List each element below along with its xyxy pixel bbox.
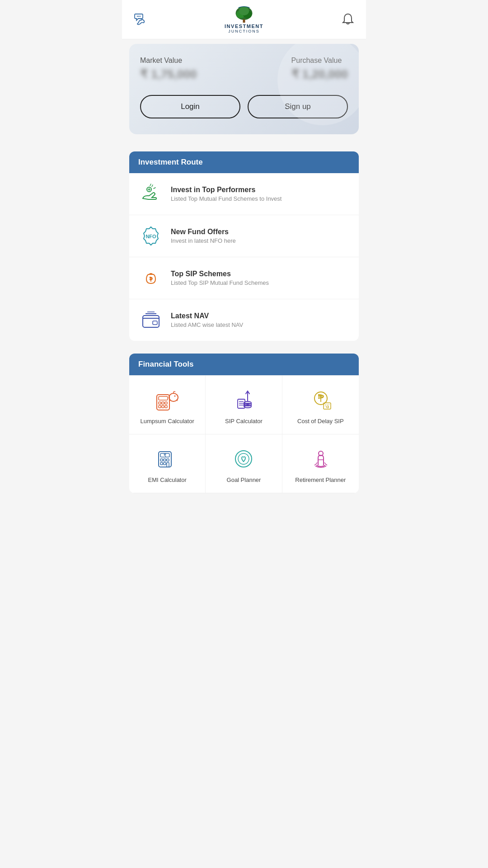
tool-emi-calculator[interactable]: ₹ EMI Calculator [129,434,206,493]
sip-schemes-icon [138,265,164,291]
svg-point-21 [174,396,176,397]
lumpsum-calculator-icon [154,386,181,413]
top-performers-subtitle: Listed Top Mutual Fund Schemes to Invest [171,195,282,202]
financial-tools-grid: Lumpsum Calculator [129,375,359,493]
cost-of-delay-icon [307,386,334,413]
svg-rect-16 [165,402,167,404]
svg-rect-7 [243,19,245,23]
chat-phone-button[interactable] [131,10,149,28]
list-item-top-performers[interactable]: Invest in Top Performers Listed Top Mutu… [129,173,359,215]
svg-text:NFO: NFO [145,234,156,239]
sip-schemes-title: Top SIP Schemes [171,270,269,278]
investment-route-header: Investment Route [129,151,359,173]
financial-tools-header: Financial Tools [129,354,359,375]
retirement-planner-icon [307,445,334,472]
emi-calculator-label: EMI Calculator [148,476,187,484]
sip-schemes-subtitle: Listed Top SIP Mutual Fund Schemes [171,279,269,286]
tool-sip-calculator[interactable]: SIP Calculator [206,376,282,434]
svg-rect-18 [162,406,164,408]
list-item-nfo[interactable]: NFO New Fund Offers Invest in latest NFO… [129,215,359,257]
svg-point-2 [140,16,141,17]
app-header: INVESTMENT JUNCTIONS [122,0,366,39]
market-value-section: Market Value ₹ 1,75,000 [140,57,197,81]
svg-point-1 [138,16,139,17]
svg-rect-41 [164,459,166,461]
nav-subtitle: Listed AMC wise latest NAV [171,321,243,328]
market-value-amount: ₹ 1,75,000 [140,67,197,81]
emi-calculator-icon: ₹ [154,445,181,472]
nav-text: Latest NAV Listed AMC wise latest NAV [171,312,243,328]
svg-point-6 [239,6,249,15]
lumpsum-calculator-label: Lumpsum Calculator [141,418,194,425]
market-value-card: Market Value ₹ 1,75,000 Purchase Value ₹… [129,44,359,134]
tool-goal-planner[interactable]: Goal Planner [206,434,282,493]
notification-button[interactable] [339,10,357,28]
top-performers-text: Invest in Top Performers Listed Top Mutu… [171,186,282,202]
svg-rect-44 [164,462,166,465]
nav-icon [138,307,164,333]
list-item-sip-schemes[interactable]: Top SIP Schemes Listed Top SIP Mutual Fu… [129,257,359,299]
svg-text:₹: ₹ [164,453,166,458]
retirement-planner-label: Retirement Planner [295,476,346,484]
goal-planner-icon [230,445,257,472]
sip-calculator-label: SIP Calculator [225,418,263,425]
svg-rect-11 [153,321,157,325]
purchase-value-amount: ₹ 1,20,000 [291,67,348,81]
goal-planner-label: Goal Planner [227,476,261,484]
signup-button[interactable]: Sign up [248,95,348,118]
nfo-subtitle: Invest in latest NFO here [171,237,236,244]
top-performers-title: Invest in Top Performers [171,186,282,194]
svg-rect-43 [160,462,163,465]
top-performers-icon [138,181,164,207]
logo-sub-text: JUNCTIONS [228,29,260,33]
nfo-title: New Fund Offers [171,228,236,236]
svg-rect-17 [159,406,161,408]
sip-schemes-text: Top SIP Schemes Listed Top SIP Mutual Fu… [171,270,269,286]
svg-point-48 [238,453,249,464]
svg-rect-19 [165,406,167,408]
svg-rect-10 [143,316,159,327]
svg-point-20 [169,393,178,401]
svg-rect-14 [159,402,161,404]
purchase-value-section: Purchase Value ₹ 1,20,000 [291,57,348,81]
sip-calculator-icon [230,386,257,413]
svg-rect-42 [167,459,169,461]
svg-rect-45 [167,462,169,467]
tool-retirement-planner[interactable]: Retirement Planner [282,434,359,493]
nfo-text: New Fund Offers Invest in latest NFO her… [171,228,236,244]
tool-lumpsum-calculator[interactable]: Lumpsum Calculator [129,376,206,434]
investment-route-title: Investment Route [138,158,350,167]
cost-of-delay-label: Cost of Delay SIP [297,418,344,425]
svg-rect-40 [160,459,163,461]
market-value-label: Market Value [140,57,197,65]
svg-rect-13 [159,396,168,400]
logo-main-text: INVESTMENT [225,24,263,29]
tool-cost-of-delay[interactable]: Cost of Delay SIP [282,376,359,434]
investment-route-list: Invest in Top Performers Listed Top Mutu… [129,173,359,341]
svg-point-0 [137,16,138,17]
nav-title: Latest NAV [171,312,243,320]
login-button[interactable]: Login [140,95,240,118]
svg-rect-15 [162,402,164,404]
list-item-nav[interactable]: Latest NAV Listed AMC wise latest NAV [129,299,359,341]
app-logo: INVESTMENT JUNCTIONS [225,5,263,33]
nfo-icon: NFO [138,223,164,249]
purchase-value-label: Purchase Value [291,57,348,65]
financial-tools-title: Financial Tools [138,360,350,369]
